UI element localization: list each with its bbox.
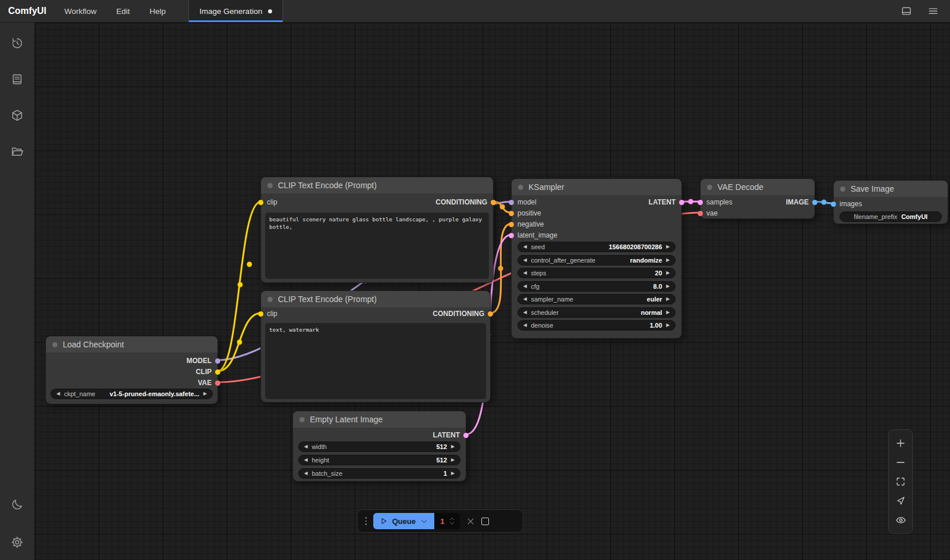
samples-input-pin[interactable] (698, 200, 703, 205)
hamburger-menu-icon[interactable] (927, 5, 940, 17)
images-input-pin[interactable] (831, 202, 836, 207)
widget-height[interactable]: ◀ height 512 ▶ (298, 455, 460, 465)
model-output-pin[interactable] (215, 358, 220, 364)
increment-arrow-icon[interactable]: ▶ (203, 392, 207, 396)
node-title-bar[interactable]: KSampler (512, 179, 681, 195)
toggle-link-visibility-button[interactable] (892, 512, 909, 528)
increment-arrow-icon[interactable]: ▶ (451, 471, 455, 476)
node-clip-text-encode-negative[interactable]: CLIP Text Encode (Prompt) clip CONDITION… (260, 290, 491, 403)
menu-workflow[interactable]: Workflow (55, 0, 106, 22)
widget-batch-size[interactable]: ◀ batch_size 1 ▶ (298, 468, 460, 479)
clip-output-pin[interactable] (215, 369, 220, 375)
node-load-checkpoint[interactable]: Load Checkpoint MODEL CLIP VAE ◀ ckpt_na… (45, 336, 218, 404)
node-title-bar[interactable]: Load Checkpoint (46, 336, 217, 353)
zoom-in-button[interactable] (892, 435, 909, 451)
sidebar-item-model-library[interactable] (8, 105, 27, 125)
wire-dot-clip3[interactable] (237, 340, 242, 345)
widget-denoise[interactable]: ◀ denoise 1.00 ▶ (517, 320, 676, 331)
increment-arrow-icon[interactable]: ▶ (451, 458, 455, 462)
widget-width[interactable]: ◀ width 512 ▶ (298, 441, 460, 452)
decrement-arrow-icon[interactable]: ◀ (304, 458, 308, 462)
vae-input-pin[interactable] (698, 211, 703, 216)
increment-arrow-icon[interactable]: ▶ (666, 310, 670, 315)
zoom-out-button[interactable] (892, 454, 909, 471)
prompt-textarea[interactable]: beautiful scenery nature glass bottle la… (265, 213, 489, 279)
decrement-arrow-icon[interactable]: ◀ (523, 323, 527, 328)
latent-output-pin[interactable] (679, 200, 684, 205)
node-title-bar[interactable]: Save Image (834, 181, 948, 197)
increment-arrow-icon[interactable]: ▶ (666, 297, 670, 301)
stepper-down-icon[interactable] (449, 522, 455, 525)
node-vae-decode[interactable]: VAE Decode samples vae IMAGE (700, 178, 815, 219)
decrement-arrow-icon[interactable]: ◀ (523, 284, 527, 289)
menu-edit[interactable]: Edit (106, 0, 140, 22)
fit-view-button[interactable] (892, 473, 909, 490)
latent-output-pin[interactable] (463, 433, 469, 438)
settings-button[interactable] (8, 532, 27, 552)
node-empty-latent-image[interactable]: Empty Latent Image LATENT ◀ width 512 ▶ … (292, 411, 466, 482)
widget-scheduler[interactable]: ◀ scheduler normal ▶ (517, 307, 676, 318)
node-clip-text-encode-positive[interactable]: CLIP Text Encode (Prompt) clip CONDITION… (260, 177, 494, 283)
wire-dot-cond-neg[interactable] (498, 266, 503, 271)
chevron-down-icon[interactable] (420, 518, 428, 525)
node-ksampler[interactable]: KSampler model positive negative latent_… (511, 178, 682, 339)
stop-button[interactable] (481, 518, 489, 525)
widget-ckpt-name[interactable]: ◀ ckpt_name v1-5-pruned-emaonly.safete..… (51, 389, 213, 399)
decrement-arrow-icon[interactable]: ◀ (523, 297, 527, 301)
conditioning-output-pin[interactable] (491, 200, 496, 205)
decrement-arrow-icon[interactable]: ◀ (523, 245, 527, 249)
node-title-bar[interactable]: Empty Latent Image (293, 411, 466, 428)
prompt-textarea[interactable]: text, watermark (265, 323, 486, 399)
node-save-image[interactable]: Save Image images filename_prefix ComfyU… (833, 180, 948, 224)
image-output-pin[interactable] (812, 200, 817, 205)
drag-handle[interactable] (365, 517, 367, 525)
negative-input-pin[interactable] (509, 222, 514, 227)
wire-dot-image[interactable] (822, 200, 827, 205)
positive-input-pin[interactable] (509, 211, 514, 216)
tab-image-generation[interactable]: Image Generation (188, 0, 283, 22)
node-title-bar[interactable]: CLIP Text Encode (Prompt) (261, 291, 490, 307)
stepper-up-icon[interactable] (449, 517, 455, 520)
decrement-arrow-icon[interactable]: ◀ (523, 310, 527, 315)
widget-steps[interactable]: ◀ steps 20 ▶ (517, 268, 676, 278)
increment-arrow-icon[interactable]: ▶ (666, 245, 670, 249)
increment-arrow-icon[interactable]: ▶ (451, 444, 455, 449)
graph-canvas[interactable]: Load Checkpoint MODEL CLIP VAE ◀ ckpt_na… (35, 23, 950, 560)
decrement-arrow-icon[interactable]: ◀ (304, 444, 308, 449)
sidebar-item-node-library[interactable] (8, 69, 27, 89)
clip-input-pin[interactable] (258, 200, 263, 205)
model-input-pin[interactable] (509, 200, 514, 205)
select-mode-button[interactable] (892, 493, 909, 509)
increment-arrow-icon[interactable]: ▶ (666, 271, 670, 275)
decrement-arrow-icon[interactable]: ◀ (304, 471, 308, 476)
vae-output-pin[interactable] (215, 380, 220, 386)
increment-arrow-icon[interactable]: ▶ (666, 284, 670, 289)
clip-input-pin[interactable] (258, 311, 263, 317)
sidebar-item-history[interactable] (8, 33, 27, 53)
widget-cfg[interactable]: ◀ cfg 8.0 ▶ (517, 281, 676, 292)
wire-dot-clip2[interactable] (247, 262, 252, 267)
batch-count-box[interactable]: 1 (434, 513, 460, 529)
latent-input-pin[interactable] (509, 233, 514, 238)
decrement-arrow-icon[interactable]: ◀ (56, 392, 60, 396)
increment-arrow-icon[interactable]: ▶ (666, 258, 670, 263)
wire-dot-cond-pos[interactable] (500, 204, 505, 210)
widget-seed[interactable]: ◀ seed 156680208700286 ▶ (517, 242, 676, 252)
sidebar-item-workflows[interactable] (8, 141, 27, 161)
widget-filename-prefix[interactable]: filename_prefix ComfyUI (840, 211, 942, 222)
increment-arrow-icon[interactable]: ▶ (666, 323, 670, 328)
theme-toggle-button[interactable] (8, 494, 27, 514)
widget-control-after-generate[interactable]: ◀ control_after_generate randomize ▶ (517, 255, 676, 265)
node-title-bar[interactable]: CLIP Text Encode (Prompt) (261, 177, 493, 193)
menu-help[interactable]: Help (140, 0, 176, 22)
decrement-arrow-icon[interactable]: ◀ (523, 258, 527, 263)
widget-sampler-name[interactable]: ◀ sampler_name euler ▶ (517, 294, 676, 304)
conditioning-output-pin[interactable] (488, 311, 493, 317)
node-title-bar[interactable]: VAE Decode (701, 179, 815, 195)
wire-dot-clip1[interactable] (238, 282, 243, 288)
wire-dot-latent-sampler[interactable] (688, 199, 694, 204)
bottom-panel-toggle-icon[interactable] (900, 5, 913, 17)
clear-queue-button[interactable] (466, 517, 475, 526)
decrement-arrow-icon[interactable]: ◀ (523, 271, 527, 275)
queue-button[interactable]: Queue (373, 513, 434, 529)
